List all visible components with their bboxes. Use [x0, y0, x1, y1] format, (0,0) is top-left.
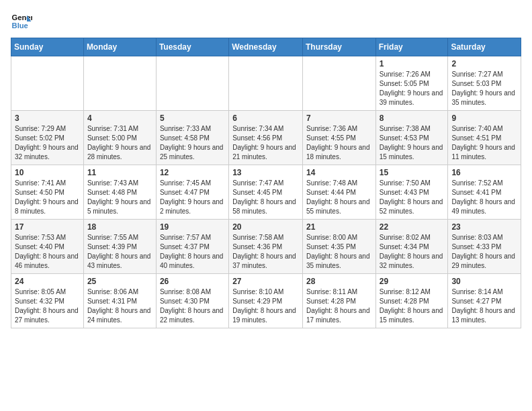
- day-info: Sunrise: 7:29 AM Sunset: 5:02 PM Dayligh…: [15, 124, 80, 162]
- day-info: Sunrise: 8:08 AM Sunset: 4:30 PM Dayligh…: [160, 287, 225, 325]
- day-cell: 5Sunrise: 7:33 AM Sunset: 4:58 PM Daylig…: [156, 111, 228, 165]
- calendar-header-row: SundayMondayTuesdayWednesdayThursdayFrid…: [11, 38, 521, 56]
- day-number: 11: [87, 168, 152, 177]
- day-info: Sunrise: 8:05 AM Sunset: 4:32 PM Dayligh…: [15, 287, 80, 325]
- day-number: 30: [451, 277, 517, 286]
- day-number: 14: [306, 168, 372, 177]
- header-tuesday: Tuesday: [156, 38, 228, 56]
- day-cell: 18Sunrise: 7:55 AM Sunset: 4:39 PM Dayli…: [83, 220, 156, 274]
- day-cell: 22Sunrise: 8:02 AM Sunset: 4:34 PM Dayli…: [375, 220, 448, 274]
- day-number: 13: [232, 168, 299, 177]
- day-info: Sunrise: 7:47 AM Sunset: 4:45 PM Dayligh…: [232, 179, 299, 216]
- day-cell: 13Sunrise: 7:47 AM Sunset: 4:45 PM Dayli…: [229, 165, 303, 220]
- day-number: 26: [160, 277, 225, 286]
- day-number: 22: [380, 222, 445, 232]
- week-row-0: 1Sunrise: 7:26 AM Sunset: 5:05 PM Daylig…: [11, 56, 521, 111]
- week-row-3: 17Sunrise: 7:53 AM Sunset: 4:40 PM Dayli…: [11, 220, 521, 274]
- day-info: Sunrise: 7:48 AM Sunset: 4:44 PM Dayligh…: [306, 179, 372, 216]
- day-cell: 15Sunrise: 7:50 AM Sunset: 4:43 PM Dayli…: [375, 165, 448, 220]
- day-cell: 29Sunrise: 8:12 AM Sunset: 4:28 PM Dayli…: [375, 274, 448, 328]
- day-info: Sunrise: 8:12 AM Sunset: 4:28 PM Dayligh…: [380, 287, 445, 325]
- logo: General Blue: [11, 11, 32, 32]
- day-cell: 14Sunrise: 7:48 AM Sunset: 4:44 PM Dayli…: [302, 165, 375, 220]
- day-info: Sunrise: 8:10 AM Sunset: 4:29 PM Dayligh…: [232, 287, 299, 325]
- day-info: Sunrise: 8:02 AM Sunset: 4:34 PM Dayligh…: [380, 233, 445, 271]
- day-info: Sunrise: 7:34 AM Sunset: 4:56 PM Dayligh…: [232, 124, 299, 162]
- day-info: Sunrise: 7:43 AM Sunset: 4:48 PM Dayligh…: [87, 179, 152, 216]
- header-monday: Monday: [83, 38, 156, 56]
- day-cell: 11Sunrise: 7:43 AM Sunset: 4:48 PM Dayli…: [83, 165, 156, 220]
- day-number: 28: [306, 277, 372, 286]
- day-info: Sunrise: 8:03 AM Sunset: 4:33 PM Dayligh…: [451, 233, 517, 271]
- day-number: 23: [451, 222, 517, 232]
- day-cell: 10Sunrise: 7:41 AM Sunset: 4:50 PM Dayli…: [11, 165, 84, 220]
- header-wednesday: Wednesday: [229, 38, 303, 56]
- day-cell: 4Sunrise: 7:31 AM Sunset: 5:00 PM Daylig…: [83, 111, 156, 165]
- day-cell: 26Sunrise: 8:08 AM Sunset: 4:30 PM Dayli…: [156, 274, 228, 328]
- day-number: 12: [160, 168, 225, 177]
- day-cell: 20Sunrise: 7:58 AM Sunset: 4:36 PM Dayli…: [229, 220, 303, 274]
- day-info: Sunrise: 7:36 AM Sunset: 4:55 PM Dayligh…: [306, 124, 372, 162]
- day-info: Sunrise: 7:27 AM Sunset: 5:03 PM Dayligh…: [451, 70, 517, 107]
- day-cell: 12Sunrise: 7:45 AM Sunset: 4:47 PM Dayli…: [156, 165, 228, 220]
- day-number: 24: [15, 277, 80, 286]
- day-number: 21: [306, 222, 372, 232]
- logo-icon: General Blue: [11, 11, 32, 32]
- day-cell: 27Sunrise: 8:10 AM Sunset: 4:29 PM Dayli…: [229, 274, 303, 328]
- day-info: Sunrise: 7:38 AM Sunset: 4:53 PM Dayligh…: [380, 124, 445, 162]
- day-number: 19: [160, 222, 225, 232]
- day-info: Sunrise: 7:40 AM Sunset: 4:51 PM Dayligh…: [451, 124, 517, 162]
- day-number: 3: [15, 113, 80, 123]
- day-info: Sunrise: 7:57 AM Sunset: 4:37 PM Dayligh…: [160, 233, 225, 271]
- day-cell: 7Sunrise: 7:36 AM Sunset: 4:55 PM Daylig…: [302, 111, 375, 165]
- day-cell: 28Sunrise: 8:11 AM Sunset: 4:28 PM Dayli…: [302, 274, 375, 328]
- header: General Blue: [11, 11, 521, 32]
- day-info: Sunrise: 7:50 AM Sunset: 4:43 PM Dayligh…: [380, 179, 445, 216]
- day-info: Sunrise: 7:55 AM Sunset: 4:39 PM Dayligh…: [87, 233, 152, 271]
- day-cell: 25Sunrise: 8:06 AM Sunset: 4:31 PM Dayli…: [83, 274, 156, 328]
- day-number: 20: [232, 222, 299, 232]
- day-number: 1: [380, 59, 445, 68]
- week-row-4: 24Sunrise: 8:05 AM Sunset: 4:32 PM Dayli…: [11, 274, 521, 328]
- day-number: 15: [380, 168, 445, 177]
- day-info: Sunrise: 7:26 AM Sunset: 5:05 PM Dayligh…: [380, 70, 445, 107]
- day-info: Sunrise: 7:45 AM Sunset: 4:47 PM Dayligh…: [160, 179, 225, 216]
- day-info: Sunrise: 8:00 AM Sunset: 4:35 PM Dayligh…: [306, 233, 372, 271]
- day-cell: [229, 56, 303, 111]
- header-friday: Friday: [375, 38, 448, 56]
- day-number: 17: [15, 222, 80, 232]
- header-saturday: Saturday: [448, 38, 521, 56]
- day-cell: 8Sunrise: 7:38 AM Sunset: 4:53 PM Daylig…: [375, 111, 448, 165]
- day-info: Sunrise: 7:41 AM Sunset: 4:50 PM Dayligh…: [15, 179, 80, 216]
- day-info: Sunrise: 8:11 AM Sunset: 4:28 PM Dayligh…: [306, 287, 372, 325]
- day-cell: [83, 56, 156, 111]
- day-number: 4: [87, 113, 152, 123]
- calendar: SundayMondayTuesdayWednesdayThursdayFrid…: [11, 38, 521, 328]
- day-cell: 2Sunrise: 7:27 AM Sunset: 5:03 PM Daylig…: [448, 56, 521, 111]
- day-cell: 6Sunrise: 7:34 AM Sunset: 4:56 PM Daylig…: [229, 111, 303, 165]
- header-sunday: Sunday: [11, 38, 84, 56]
- day-cell: 17Sunrise: 7:53 AM Sunset: 4:40 PM Dayli…: [11, 220, 84, 274]
- day-cell: [11, 56, 84, 111]
- day-cell: 30Sunrise: 8:14 AM Sunset: 4:27 PM Dayli…: [448, 274, 521, 328]
- week-row-1: 3Sunrise: 7:29 AM Sunset: 5:02 PM Daylig…: [11, 111, 521, 165]
- day-cell: 24Sunrise: 8:05 AM Sunset: 4:32 PM Dayli…: [11, 274, 84, 328]
- day-info: Sunrise: 7:58 AM Sunset: 4:36 PM Dayligh…: [232, 233, 299, 271]
- day-cell: 1Sunrise: 7:26 AM Sunset: 5:05 PM Daylig…: [375, 56, 448, 111]
- day-number: 5: [160, 113, 225, 123]
- day-number: 27: [232, 277, 299, 286]
- day-number: 2: [451, 59, 517, 68]
- header-thursday: Thursday: [302, 38, 375, 56]
- svg-text:Blue: Blue: [12, 21, 28, 30]
- day-cell: [156, 56, 228, 111]
- day-cell: 16Sunrise: 7:52 AM Sunset: 4:41 PM Dayli…: [448, 165, 521, 220]
- day-number: 29: [380, 277, 445, 286]
- day-cell: [302, 56, 375, 111]
- day-number: 7: [306, 113, 372, 123]
- week-row-2: 10Sunrise: 7:41 AM Sunset: 4:50 PM Dayli…: [11, 165, 521, 220]
- day-cell: 9Sunrise: 7:40 AM Sunset: 4:51 PM Daylig…: [448, 111, 521, 165]
- day-cell: 19Sunrise: 7:57 AM Sunset: 4:37 PM Dayli…: [156, 220, 228, 274]
- day-number: 8: [380, 113, 445, 123]
- day-number: 9: [451, 113, 517, 123]
- day-cell: 3Sunrise: 7:29 AM Sunset: 5:02 PM Daylig…: [11, 111, 84, 165]
